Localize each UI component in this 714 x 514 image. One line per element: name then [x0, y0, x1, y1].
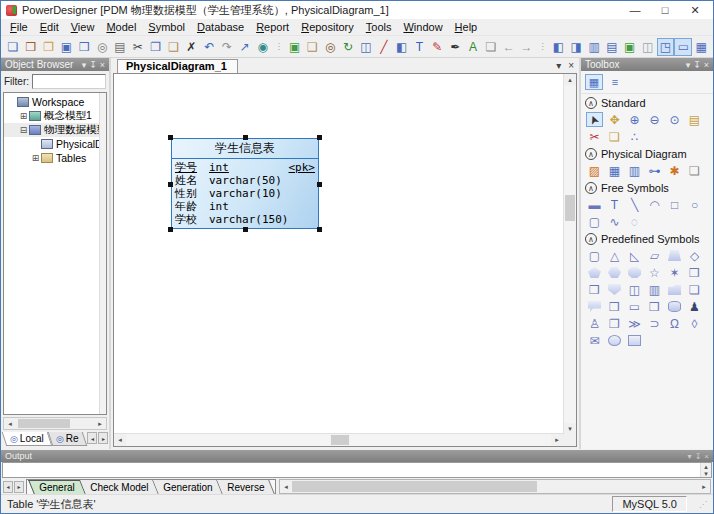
resize-handle-sw[interactable]: [168, 227, 173, 232]
browser-tab-local[interactable]: ◎Local: [2, 432, 52, 446]
tree-expander-icon[interactable]: ⊞: [30, 153, 41, 163]
document-menu-icon[interactable]: ▾: [556, 60, 561, 71]
rectangle-symbol-button[interactable]: □: [666, 197, 683, 212]
link-tool-button[interactable]: ∴: [626, 129, 643, 144]
parallelogram-shape-button[interactable]: ▱: [646, 248, 663, 263]
window-zoom-button[interactable]: ◳: [657, 38, 675, 56]
oval-label-shape-button[interactable]: [606, 333, 623, 348]
papers-shape-button[interactable]: ❐: [606, 316, 623, 331]
window-message-button[interactable]: ▭: [674, 38, 692, 56]
open-workspace-button[interactable]: ❒: [22, 38, 40, 56]
canvas-vertical-scrollbar[interactable]: ▴ ▾: [563, 74, 576, 434]
arch-shape-button[interactable]: Ω: [666, 316, 683, 331]
resize-handle-se[interactable]: [317, 227, 322, 232]
paste-button[interactable]: ❑: [165, 38, 183, 56]
line-symbol-button[interactable]: ╲: [626, 197, 643, 212]
ellipse-symbol-button[interactable]: ○: [686, 197, 703, 212]
output-tab-check-model[interactable]: Check Model: [80, 480, 159, 494]
new-button[interactable]: ❏: [4, 38, 22, 56]
delete-button[interactable]: ✗: [182, 38, 200, 56]
window-output-button[interactable]: ◨: [567, 38, 585, 56]
pointer-button[interactable]: ➤: [586, 112, 603, 127]
zoom-in-button[interactable]: ⊕: [626, 112, 643, 127]
table-column-row[interactable]: 学号int<pk>: [175, 161, 315, 174]
vscroll-thumb[interactable]: [565, 195, 575, 221]
text-frame-button[interactable]: T: [411, 38, 429, 56]
zoom-out-button[interactable]: ⊖: [646, 112, 663, 127]
tree-item-cdm[interactable]: ⊞概念模型1: [4, 109, 106, 123]
window-overview-button[interactable]: ▣: [621, 38, 639, 56]
file-tool-button[interactable]: ❏: [686, 163, 703, 178]
shield-shape-button[interactable]: [606, 282, 623, 297]
repository-web-button[interactable]: ◉: [254, 38, 272, 56]
grabber-button[interactable]: ✥: [606, 112, 623, 127]
rounded-rect-shape-button[interactable]: ▢: [586, 248, 603, 263]
drop-shape-button[interactable]: ◊: [686, 316, 703, 331]
table-column-row[interactable]: 性别varchar(10): [175, 187, 315, 200]
scroll-left-icon[interactable]: ◂: [4, 418, 16, 429]
rect-label-shape-button[interactable]: [626, 333, 643, 348]
rounded-rectangle-symbol-button[interactable]: ▢: [586, 214, 603, 229]
hexagon-shape-button[interactable]: [606, 265, 623, 280]
resize-grip[interactable]: ⋰: [699, 500, 707, 509]
chevron-shape-button[interactable]: ≫: [626, 316, 643, 331]
reference-tool-button[interactable]: ⊶: [646, 163, 663, 178]
menu-database[interactable]: Database: [191, 20, 250, 34]
right-triangle-shape-button[interactable]: ◺: [626, 248, 643, 263]
collapse-section-icon[interactable]: ∧: [585, 182, 597, 194]
diagram-canvas[interactable]: 学生信息表 学号int<pk>姓名varchar(50)性别varchar(10…: [113, 73, 577, 447]
draw-button[interactable]: ╱: [375, 38, 393, 56]
rectangle2-shape-button[interactable]: ▭: [626, 299, 643, 314]
check-model-button[interactable]: ▣: [286, 38, 304, 56]
panel-close-icon[interactable]: ×: [100, 60, 105, 70]
menu-window[interactable]: Window: [397, 20, 448, 34]
find-objects-button[interactable]: ◎: [321, 38, 339, 56]
tree-item-folder[interactable]: ⊞Tables: [4, 151, 106, 165]
copy-button[interactable]: ❐: [147, 38, 165, 56]
scroll-right-icon[interactable]: ▸: [551, 434, 563, 446]
resize-handle-n[interactable]: [243, 135, 248, 140]
output-horizontal-scrollbar[interactable]: ◂ ▸: [279, 479, 711, 494]
pentagon-shape-button[interactable]: [586, 265, 603, 280]
text-symbol-button[interactable]: T: [606, 197, 623, 212]
pin-icon[interactable]: ↧: [695, 452, 702, 461]
shortcut-button[interactable]: ↗: [236, 38, 254, 56]
browser-tab-re[interactable]: ◎Re: [47, 432, 86, 446]
menu-edit[interactable]: Edit: [34, 20, 65, 34]
polyline-symbol-button[interactable]: ∿: [606, 214, 623, 229]
tree-expander-icon[interactable]: ⊟: [18, 125, 29, 135]
output-tab-reverse[interactable]: Reverse: [218, 480, 276, 494]
layers-button[interactable]: ◧: [393, 38, 411, 56]
cut-button[interactable]: ✂: [129, 38, 147, 56]
scroll-left-icon[interactable]: ◂: [280, 480, 292, 493]
panel-close-icon[interactable]: ×: [704, 452, 709, 461]
procedure-tool-button[interactable]: ✱: [666, 163, 683, 178]
panel-menu-icon[interactable]: ▾: [688, 452, 692, 461]
refresh-button[interactable]: ↻: [339, 38, 357, 56]
scroll-down-icon[interactable]: ▾: [701, 470, 711, 477]
redo-button[interactable]: ↷: [218, 38, 236, 56]
properties-button[interactable]: ▤: [686, 112, 703, 127]
document-shape-button[interactable]: ❏: [686, 282, 703, 297]
arc-symbol-button[interactable]: ◠: [646, 197, 663, 212]
window-free-button[interactable]: ◫: [639, 38, 657, 56]
menu-tools[interactable]: Tools: [360, 20, 398, 34]
brush-button[interactable]: ✎: [428, 38, 446, 56]
cube-shape-button[interactable]: ❒: [686, 265, 703, 280]
triangle-shape-button[interactable]: △: [606, 248, 623, 263]
tree-item-pdm[interactable]: ⊟物理数据模型（: [4, 123, 106, 137]
horseshoe-shape-button[interactable]: ⊃: [646, 316, 663, 331]
global-view-button[interactable]: ⊙: [666, 112, 683, 127]
table-column-row[interactable]: 姓名varchar(50): [175, 174, 315, 187]
table-column-row[interactable]: 学校varchar(150): [175, 213, 315, 226]
collapse-section-icon[interactable]: ∧: [585, 97, 597, 109]
person-dark-shape-button[interactable]: ♟: [686, 299, 703, 314]
title-symbol-button[interactable]: ▬: [586, 197, 603, 212]
note-tool-button[interactable]: ❏: [606, 129, 623, 144]
resize-handle-e[interactable]: [317, 182, 322, 187]
diamond-shape-button[interactable]: ◇: [686, 248, 703, 263]
box3d-shape-button[interactable]: ❒: [606, 299, 623, 314]
table-symbol[interactable]: 学生信息表 学号int<pk>姓名varchar(50)性别varchar(10…: [171, 138, 319, 229]
browser-tabs-right-icon[interactable]: ▸: [98, 432, 108, 444]
close-button[interactable]: ✕: [682, 4, 708, 17]
